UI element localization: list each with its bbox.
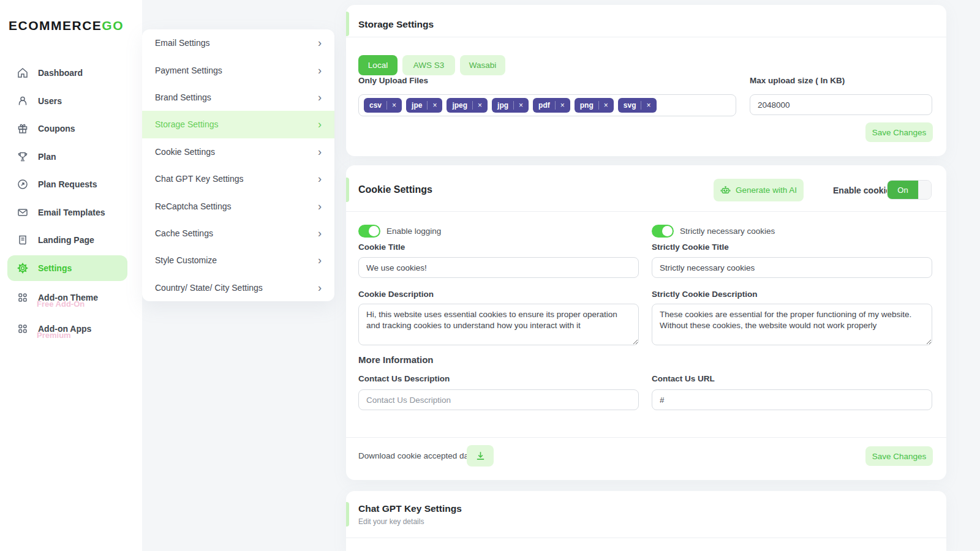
cookie-card-title: Cookie Settings: [358, 184, 432, 195]
brand-suffix: GO: [102, 18, 124, 32]
tab-local[interactable]: Local: [358, 55, 398, 75]
submenu-item-email-settings[interactable]: Email Settings›: [142, 29, 334, 56]
tab-wasabi[interactable]: Wasabi: [460, 55, 505, 75]
sidebar-item-email-templates[interactable]: Email Templates: [7, 200, 127, 225]
enable-cookie-toggle[interactable]: On: [887, 180, 932, 200]
trophy-icon: [17, 151, 28, 162]
remove-tag-icon[interactable]: ×: [555, 101, 565, 110]
submenu-label: Cookie Settings: [155, 147, 215, 157]
submenu-label: Payment Settings: [155, 66, 222, 75]
chatgpt-card-subtitle: Edit your key details: [358, 517, 424, 526]
save-changes-button[interactable]: Save Changes: [865, 446, 933, 466]
submenu-item-recaptcha-settings[interactable]: ReCaptcha Settings›: [142, 192, 334, 219]
submenu-label: Chat GPT Key Settings: [155, 174, 243, 184]
page-icon: [17, 234, 28, 246]
max-upload-label: Max upload size ( In KB): [750, 76, 845, 85]
submenu-item-chatgpt-settings[interactable]: Chat GPT Key Settings›: [142, 165, 334, 192]
contact-description-input[interactable]: [358, 389, 639, 410]
max-upload-input[interactable]: [750, 94, 932, 115]
download-cookie-label: Download cookie accepted data: [358, 451, 475, 460]
arrow-up-right-circle-icon: [17, 179, 28, 190]
strictly-cookies-label: Strictly necessary cookies: [680, 227, 775, 236]
chatgpt-settings-card: Chat GPT Key Settings Edit your key deta…: [346, 491, 946, 551]
sidebar-item-settings[interactable]: Settings: [7, 255, 127, 281]
settings-submenu: Email Settings› Payment Settings› Brand …: [142, 29, 334, 301]
generate-with-ai-button[interactable]: Generate with AI: [714, 179, 804, 201]
toggle-knob: [918, 181, 931, 199]
chevron-right-icon: ›: [318, 255, 322, 266]
divider: [346, 211, 946, 212]
submenu-item-style-customize[interactable]: Style Customize›: [142, 247, 334, 274]
sidebar-item-label: Dashboard: [38, 68, 83, 78]
grid-icon: [17, 323, 28, 334]
contact-url-label: Contact Us URL: [652, 374, 715, 383]
cookie-description-textarea[interactable]: Hi, this website uses essential cookies …: [358, 304, 639, 345]
remove-tag-icon[interactable]: ×: [598, 101, 608, 110]
strictly-description-textarea[interactable]: These cookies are essential for the prop…: [652, 304, 932, 345]
submenu-item-storage-settings[interactable]: Storage Settings›: [142, 111, 334, 138]
sidebar-item-plan-requests[interactable]: Plan Requests: [7, 171, 127, 197]
addon-theme-badge: Free Add-On: [37, 299, 85, 309]
remove-tag-icon[interactable]: ×: [513, 101, 523, 110]
chevron-right-icon: ›: [318, 92, 322, 103]
chevron-right-icon: ›: [318, 65, 322, 76]
sidebar-item-label: Plan Requests: [38, 179, 97, 189]
cookie-title-input[interactable]: [358, 257, 639, 278]
cookie-description-label: Cookie Description: [358, 290, 434, 299]
generate-with-ai-label: Generate with AI: [736, 186, 797, 195]
sidebar-item-landing-page[interactable]: Landing Page: [7, 227, 127, 253]
upload-files-input[interactable]: csv× jpe× jpeg× jpg× pdf× png× svg×: [358, 94, 736, 116]
chatgpt-card-title: Chat GPT Key Settings: [358, 503, 462, 514]
contact-description-label: Contact Us Description: [358, 374, 450, 383]
tab-aws-s3[interactable]: AWS S3: [402, 55, 455, 75]
more-information-title: More Information: [358, 354, 434, 365]
toggle-state-label: On: [888, 181, 918, 199]
remove-tag-icon[interactable]: ×: [427, 101, 437, 110]
card-accent-bar: [346, 178, 349, 202]
divider: [346, 538, 946, 538]
upload-files-label: Only Upload Files: [358, 76, 428, 85]
remove-tag-icon[interactable]: ×: [472, 101, 482, 110]
strictly-title-label: Strictly Cookie Title: [652, 242, 729, 252]
sidebar-item-users[interactable]: Users: [7, 88, 127, 114]
divider: [346, 37, 946, 37]
gear-icon: [17, 263, 28, 274]
file-type-tag: pdf×: [533, 98, 570, 113]
chevron-right-icon: ›: [318, 146, 322, 157]
tag-label: jpeg: [452, 101, 467, 110]
chevron-right-icon: ›: [318, 119, 322, 130]
strictly-cookies-switch[interactable]: [652, 225, 674, 238]
cookie-settings-card: Cookie Settings Generate with AI Enable …: [346, 165, 946, 480]
page: ECOMMERCEGO Dashboard Users Coupons Plan…: [0, 0, 980, 551]
sidebar-item-label: Coupons: [38, 124, 75, 133]
submenu-label: Style Customize: [155, 255, 217, 265]
download-cookie-button[interactable]: [467, 445, 494, 467]
submenu-item-brand-settings[interactable]: Brand Settings›: [142, 84, 334, 111]
sidebar-item-plan[interactable]: Plan: [7, 144, 127, 170]
grid-icon: [17, 292, 28, 303]
enable-logging-switch[interactable]: [358, 225, 380, 238]
tag-label: pdf: [538, 101, 550, 110]
strictly-title-input[interactable]: [652, 257, 932, 278]
sidebar-item-dashboard[interactable]: Dashboard: [7, 60, 127, 86]
submenu-item-country-settings[interactable]: Country/ State/ City Settings›: [142, 274, 334, 301]
sidebar-item-coupons[interactable]: Coupons: [7, 116, 127, 141]
submenu-item-cookie-settings[interactable]: Cookie Settings›: [142, 138, 334, 165]
sidebar-item-label: Plan: [38, 152, 56, 162]
tag-label: jpg: [497, 101, 508, 110]
contact-url-input[interactable]: [652, 389, 932, 410]
chevron-right-icon: ›: [318, 201, 322, 212]
envelope-icon: [17, 207, 28, 218]
submenu-item-cache-settings[interactable]: Cache Settings›: [142, 220, 334, 247]
brand-logo[interactable]: ECOMMERCEGO: [9, 18, 124, 33]
enable-cookie-label: Enable cookie: [833, 186, 891, 195]
sidebar-item-label: Settings: [38, 263, 72, 273]
file-type-tag: jpe×: [406, 98, 442, 113]
storage-settings-card: Storage Settings Local AWS S3 Wasabi Onl…: [346, 5, 946, 156]
remove-tag-icon[interactable]: ×: [386, 101, 396, 110]
submenu-item-payment-settings[interactable]: Payment Settings›: [142, 56, 334, 83]
sidebar-item-label: Landing Page: [38, 235, 94, 245]
tag-label: png: [580, 101, 594, 110]
save-changes-button[interactable]: Save Changes: [865, 122, 933, 142]
remove-tag-icon[interactable]: ×: [641, 101, 650, 110]
